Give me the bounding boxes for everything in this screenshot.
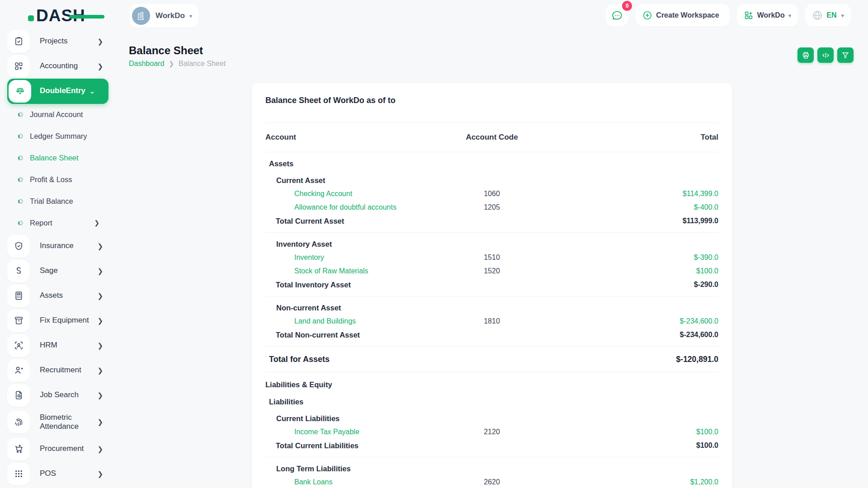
account-link[interactable]: Checking Account xyxy=(265,190,453,198)
account-menu-button[interactable]: WorkDo ▾ xyxy=(737,4,798,27)
sidebar-label: HRM xyxy=(40,341,99,350)
bullet-icon xyxy=(18,199,23,204)
scales-icon xyxy=(15,86,25,96)
table-row: Current Liabilities xyxy=(265,412,718,425)
section-label: Liabilities & Equity xyxy=(265,380,453,389)
table-row: Liabilities & Equity xyxy=(265,378,718,391)
sidebar-subitem-journal-account[interactable]: Journal Account xyxy=(0,103,118,125)
create-workspace-button[interactable]: Create Workspace xyxy=(636,4,729,27)
code-expand-icon xyxy=(821,51,830,60)
sidebar-sublabel: Trial Balance xyxy=(30,197,73,206)
chevron-down-icon: ▾ xyxy=(788,12,792,19)
sidebar-item-procurement[interactable]: Procurement ❯ xyxy=(0,436,118,461)
sidebar-sublabel: Profit & Loss xyxy=(30,175,72,184)
user-scan-icon xyxy=(14,340,24,351)
logo-text: DASH xyxy=(36,6,85,25)
table-header-row: Account Account Code Total xyxy=(265,127,718,147)
filter-funnel-icon xyxy=(841,51,849,59)
workspace-name: WorkDo xyxy=(156,11,185,20)
sidebar-subitem-report[interactable]: Report ❯ xyxy=(0,212,118,234)
notifications-button[interactable]: 0 xyxy=(606,4,628,27)
sidebar-item-recruitment[interactable]: Recruitment ❯ xyxy=(0,358,118,383)
sidebar-item-biometric-attendance[interactable]: Biometric Attendance ❯ xyxy=(0,408,118,436)
chevron-right-icon: ❯ xyxy=(94,219,99,226)
sidebar-label: Projects xyxy=(40,37,99,46)
sidebar-subitem-profit-loss[interactable]: Profit & Loss xyxy=(0,169,118,190)
sidebar-item-doubleentry[interactable]: DoubleEntry ⌄ xyxy=(0,79,118,103)
create-workspace-label: Create Workspace xyxy=(656,11,719,19)
file-search-icon xyxy=(14,390,24,400)
sidebar-item-job-search[interactable]: Job Search ❯ xyxy=(0,383,118,408)
table-row: Allowance for doubtful accounts1205$-400… xyxy=(265,201,718,214)
table-row: Inventory1510$-390.0 xyxy=(265,251,718,264)
account-total: $-400.0 xyxy=(530,203,718,211)
chevron-right-icon: ❯ xyxy=(97,418,103,426)
clipboard-check-icon xyxy=(14,36,24,47)
language-selector[interactable]: EN ▾ xyxy=(805,4,851,27)
table-row: Assets xyxy=(265,157,718,170)
filter-button[interactable] xyxy=(837,47,854,63)
sidebar-label: Procurement xyxy=(40,444,99,453)
chevron-right-icon: ❯ xyxy=(97,366,103,375)
divider xyxy=(265,122,718,123)
table-row: Total Current Liabilities$100.0 xyxy=(265,439,718,452)
sidebar: Projects ❯ Accounting ❯ DoubleEntry ⌄ Jo… xyxy=(0,29,118,486)
workspace-selector[interactable]: WorkDo ▾ xyxy=(129,4,198,28)
sidebar-label: Sage xyxy=(40,266,99,275)
sidebar-subitem-ledger-summary[interactable]: Ledger Summary xyxy=(0,125,118,147)
workspace-avatar xyxy=(132,7,150,25)
cart-icon xyxy=(14,444,24,454)
sidebar-item-insurance[interactable]: Insurance ❯ xyxy=(0,234,118,258)
divider xyxy=(265,232,718,233)
account-code: 1510 xyxy=(453,253,530,262)
page-title: Balance Sheet xyxy=(129,44,203,57)
table-row: Checking Account1060$114,399.0 xyxy=(265,187,718,201)
breadcrumb-dashboard-link[interactable]: Dashboard xyxy=(129,60,164,68)
chevron-right-icon: ❯ xyxy=(97,292,103,300)
account-total: $-234,600.0 xyxy=(530,317,718,325)
breadcrumb: Dashboard ❯ Balance Sheet xyxy=(129,60,226,68)
subtotal-label: Total Inventory Asset xyxy=(265,281,453,289)
account-link[interactable]: Income Tax Payable xyxy=(265,428,453,436)
table-row: Inventory Asset xyxy=(265,237,718,251)
sidebar-subitem-balance-sheet[interactable]: Balance Sheet xyxy=(0,147,118,169)
sidebar-item-accounting[interactable]: Accounting ❯ xyxy=(0,54,118,79)
section-label: Liabilities xyxy=(265,398,453,406)
sidebar-subitem-trial-balance[interactable]: Trial Balance xyxy=(0,190,118,212)
sidebar-item-hrm[interactable]: HRM ❯ xyxy=(0,333,118,358)
divider xyxy=(265,346,718,347)
chat-bubble-icon xyxy=(611,9,623,21)
account-code: 2620 xyxy=(453,478,530,486)
sidebar-label: Insurance xyxy=(40,241,99,250)
account-link[interactable]: Bank Loans xyxy=(265,478,453,486)
print-button[interactable] xyxy=(797,47,814,63)
sidebar-item-fix-equipment[interactable]: Fix Equipment ❯ xyxy=(0,308,118,333)
subtotal-value: $-290.0 xyxy=(530,281,718,289)
section-label: Current Asset xyxy=(265,176,453,185)
sidebar-label: POS xyxy=(40,469,99,478)
fingerprint-icon xyxy=(14,417,24,427)
sidebar-sublabel: Journal Account xyxy=(30,110,83,119)
table-row: Bank Loans2620$1,200.0 xyxy=(265,475,718,488)
expand-columns-button[interactable] xyxy=(817,47,834,63)
sidebar-item-projects[interactable]: Projects ❯ xyxy=(0,29,118,54)
account-link[interactable]: Land and Buildings xyxy=(265,317,453,325)
table-row: Total Current Asset$113,999.0 xyxy=(265,214,718,228)
sidebar-item-pos[interactable]: POS ❯ xyxy=(0,461,118,486)
section-label: Long Term Liabilities xyxy=(265,465,453,473)
grid-plus-icon xyxy=(744,10,754,20)
table-row: Total Non-current Asset$-234,600.0 xyxy=(265,328,718,342)
account-link[interactable]: Stock of Raw Materials xyxy=(265,267,453,275)
account-link[interactable]: Allowance for doubtful accounts xyxy=(265,203,453,211)
letter-s-icon xyxy=(14,266,24,276)
account-link[interactable]: Inventory xyxy=(265,253,453,262)
bullet-icon xyxy=(18,134,23,139)
notification-badge: 0 xyxy=(622,1,632,11)
sidebar-item-assets[interactable]: Assets ❯ xyxy=(0,283,118,308)
chevron-down-icon: ▾ xyxy=(189,13,193,19)
chevron-right-icon: ❯ xyxy=(97,38,103,46)
sidebar-item-sage[interactable]: Sage ❯ xyxy=(0,258,118,283)
account-code: 1520 xyxy=(453,267,530,275)
table-row: Long Term Liabilities xyxy=(265,462,718,475)
app-logo[interactable]: DASH xyxy=(28,6,85,25)
